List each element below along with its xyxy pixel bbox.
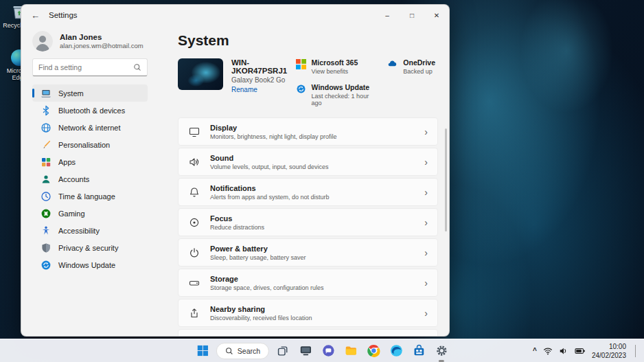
taskbar-clock[interactable]: 10:00 24/02/2023: [592, 342, 626, 360]
power-icon: [188, 247, 200, 259]
speaker-icon: [188, 156, 200, 168]
row-subtitle: Reduce distractions: [210, 224, 264, 231]
taskbar-app-pc[interactable]: [297, 342, 314, 360]
row-display[interactable]: Display Monitors, brightness, night ligh…: [178, 117, 438, 146]
sidebar-item-time-language[interactable]: Time & language: [32, 188, 148, 205]
row-nearby-sharing[interactable]: Nearby sharing Discoverability, received…: [178, 299, 438, 327]
row-subtitle: Sleep, battery usage, battery saver: [210, 254, 306, 261]
sidebar-item-gaming[interactable]: Gaming: [32, 205, 148, 222]
onedrive-cloud-icon: [387, 59, 398, 69]
sidebar-item-label: Accounts: [58, 175, 89, 183]
taskbar-chrome[interactable]: [365, 342, 382, 360]
row-focus[interactable]: Focus Reduce distractions ›: [178, 208, 438, 236]
sidebar-item-privacy[interactable]: Privacy & security: [32, 239, 148, 256]
card-subtitle: Backed up: [403, 68, 435, 75]
row-title: Notifications: [210, 184, 330, 192]
taskbar-file-explorer[interactable]: [342, 342, 360, 360]
chevron-right-icon: ›: [424, 278, 428, 288]
row-subtitle: Volume levels, output, input, sound devi…: [210, 163, 329, 170]
bell-icon: [188, 186, 200, 199]
avatar: [32, 31, 53, 52]
row-subtitle: Discoverability, received files location: [210, 315, 312, 321]
chevron-right-icon: ›: [424, 308, 428, 318]
card-subtitle: View benefits: [312, 68, 358, 75]
user-email: alan.jones.wm@hotmail.com: [60, 42, 143, 49]
tray-chevron-icon[interactable]: ^: [533, 347, 537, 354]
card-title: Microsoft 365: [312, 58, 358, 67]
accessibility-icon: [41, 225, 51, 236]
user-profile[interactable]: Alan Jones alan.jones.wm@hotmail.com: [32, 28, 148, 58]
sidebar-item-system[interactable]: System: [32, 84, 148, 102]
settings-rows: Display Monitors, brightness, night ligh…: [178, 117, 438, 337]
sidebar-item-label: Gaming: [58, 210, 85, 218]
search-icon: [225, 347, 233, 355]
status-cards: Microsoft 365 View benefits OneDrive Bac…: [296, 58, 438, 106]
start-button[interactable]: [194, 342, 211, 360]
volume-icon[interactable]: [559, 346, 568, 356]
settings-search[interactable]: [32, 58, 148, 76]
person-icon: [41, 174, 51, 185]
tray-date: 24/02/2023: [592, 351, 626, 360]
sidebar-item-apps[interactable]: Apps: [32, 153, 148, 170]
show-desktop-button[interactable]: [635, 345, 637, 357]
titlebar: ← Settings – □ ✕: [21, 5, 449, 25]
sidebar-item-bluetooth[interactable]: Bluetooth & devices: [32, 102, 148, 119]
system-icon: [41, 88, 51, 99]
xbox-icon: [41, 208, 51, 219]
sidebar-item-label: Windows Update: [58, 261, 115, 269]
maximize-button[interactable]: □: [400, 5, 424, 25]
taskbar-search[interactable]: Search: [216, 343, 269, 359]
battery-icon[interactable]: [575, 346, 586, 356]
task-view-button[interactable]: [274, 342, 292, 360]
row-title: Display: [210, 124, 337, 132]
tray-time: 10:00: [592, 342, 626, 351]
bluetooth-icon: [41, 105, 51, 116]
desktop: Recycle Bin Microsoft Edge ← Settings – …: [0, 0, 644, 362]
globe-icon: [41, 122, 51, 133]
focus-icon: [188, 216, 200, 229]
minimize-button[interactable]: –: [375, 5, 400, 25]
search-icon: [133, 63, 141, 71]
search-input[interactable]: [38, 63, 133, 71]
user-name: Alan Jones: [60, 33, 143, 41]
system-page: System WIN-JKOR47PSRJ1 Galaxy Book2 Go R…: [157, 25, 449, 336]
taskbar-app-chat[interactable]: [319, 342, 337, 360]
taskbar-store[interactable]: [410, 342, 428, 360]
network-icon[interactable]: [543, 346, 553, 356]
page-title: System: [178, 32, 438, 49]
sidebar-nav: System Bluetooth & devices Network & int…: [32, 84, 148, 273]
sidebar-item-network[interactable]: Network & internet: [32, 119, 148, 136]
onedrive-card[interactable]: OneDrive Backed up: [387, 58, 435, 75]
sidebar-item-accounts[interactable]: Accounts: [32, 170, 148, 188]
sidebar-item-windows-update[interactable]: Windows Update: [32, 256, 148, 273]
close-button[interactable]: ✕: [424, 5, 449, 25]
row-multi-tasking[interactable]: Multi-tasking Snap windows, desktops, ta…: [178, 329, 438, 337]
rename-link[interactable]: Rename: [231, 86, 296, 93]
windows-update-card[interactable]: Windows Update Last checked: 1 hour ago: [296, 83, 370, 106]
row-subtitle: Storage space, drives, configuration rul…: [210, 284, 324, 291]
sidebar-item-label: Accessibility: [58, 227, 100, 235]
card-title: OneDrive: [403, 58, 435, 67]
microsoft-365-card[interactable]: Microsoft 365 View benefits: [296, 58, 370, 75]
taskbar-edge[interactable]: [387, 342, 405, 360]
sidebar-item-accessibility[interactable]: Accessibility: [32, 222, 148, 239]
row-power-battery[interactable]: Power & battery Sleep, battery usage, ba…: [178, 238, 438, 267]
row-subtitle: Alerts from apps and system, do not dist…: [210, 194, 330, 201]
chevron-right-icon: ›: [424, 157, 428, 167]
row-title: Focus: [210, 214, 264, 223]
scrollbar[interactable]: [445, 128, 447, 231]
taskbar-settings[interactable]: [433, 342, 450, 360]
row-title: Storage: [210, 275, 324, 283]
row-storage[interactable]: Storage Storage space, drives, configura…: [178, 269, 438, 297]
row-notifications[interactable]: Notifications Alerts from apps and syste…: [178, 178, 438, 206]
row-subtitle: Monitors, brightness, night light, displ…: [210, 133, 337, 140]
sidebar: Alan Jones alan.jones.wm@hotmail.com S: [21, 25, 157, 336]
card-subtitle: Last checked: 1 hour ago: [312, 93, 370, 106]
device-model: Galaxy Book2 Go: [231, 76, 296, 84]
back-button[interactable]: ←: [31, 10, 45, 21]
device-name: WIN-JKOR47PSRJ1: [231, 58, 296, 75]
chevron-right-icon: ›: [424, 248, 428, 258]
row-title: Multi-tasking: [210, 335, 320, 337]
row-sound[interactable]: Sound Volume levels, output, input, soun…: [178, 148, 438, 176]
sidebar-item-personalisation[interactable]: Personalisation: [32, 136, 148, 153]
